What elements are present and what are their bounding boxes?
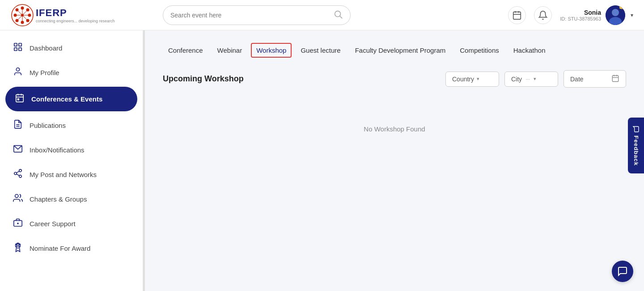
svg-point-37 bbox=[14, 172, 17, 175]
svg-line-39 bbox=[17, 174, 19, 176]
sidebar: Dashboard My Profile bbox=[0, 30, 143, 291]
inbox-icon bbox=[13, 144, 23, 156]
feedback-label: Feedback bbox=[633, 135, 640, 166]
svg-point-41 bbox=[15, 194, 18, 198]
content-area: Conference Webinar Workshop Guest lectur… bbox=[145, 30, 644, 291]
sidebar-item-career[interactable]: Career Support bbox=[0, 211, 143, 236]
sidebar-item-label: Dashboard bbox=[30, 44, 62, 52]
svg-point-21 bbox=[612, 9, 619, 16]
svg-rect-24 bbox=[19, 43, 21, 46]
chat-button[interactable] bbox=[612, 261, 633, 282]
search-svg bbox=[333, 9, 343, 19]
sidebar-item-label: My Profile bbox=[30, 69, 59, 76]
logo-svg bbox=[11, 4, 34, 27]
svg-rect-46 bbox=[612, 76, 619, 82]
career-icon bbox=[13, 218, 23, 230]
city-label: City bbox=[511, 76, 522, 83]
svg-line-15 bbox=[340, 16, 342, 18]
sidebar-item-label: Nominate For Award bbox=[30, 245, 90, 252]
sidebar-item-label: Chapters & Groups bbox=[30, 195, 87, 203]
calendar-btn[interactable] bbox=[508, 6, 526, 24]
svg-rect-26 bbox=[19, 48, 21, 51]
sidebar-item-label: Conferences & Events bbox=[31, 95, 102, 103]
main-layout: Dashboard My Profile bbox=[0, 30, 644, 291]
logo-text: IFERP connecting engineers... developing… bbox=[36, 7, 115, 23]
sidebar-item-conferences-events[interactable]: Conferences & Events bbox=[5, 87, 137, 111]
tab-guest-lecture[interactable]: Guest lecture bbox=[295, 43, 346, 58]
header-right: Sonia ID: STU-38785963 👑 ▾ bbox=[508, 5, 633, 25]
user-name: Sonia bbox=[560, 9, 601, 16]
sidebar-item-my-profile[interactable]: My Profile bbox=[0, 60, 143, 85]
sidebar-item-nominate[interactable]: Nominate For Award bbox=[0, 236, 143, 261]
sidebar-item-label: Career Support bbox=[30, 220, 76, 228]
sidebar-item-inbox[interactable]: Inbox/Notifications bbox=[0, 138, 143, 162]
svg-rect-23 bbox=[14, 43, 17, 46]
user-text: Sonia ID: STU-38785963 bbox=[560, 9, 601, 21]
logo-icon bbox=[11, 4, 34, 27]
section-title: Upcoming Workshop bbox=[163, 74, 244, 84]
sidebar-item-label: Inbox/Notifications bbox=[30, 146, 85, 154]
sidebar-item-chapters[interactable]: Chapters & Groups bbox=[0, 187, 143, 211]
tab-workshop[interactable]: Workshop bbox=[251, 43, 292, 58]
crown-icon: 👑 bbox=[618, 5, 625, 9]
sidebar-item-networks[interactable]: My Post and Networks bbox=[0, 162, 143, 187]
svg-point-27 bbox=[16, 68, 19, 71]
svg-point-36 bbox=[19, 169, 22, 172]
svg-point-14 bbox=[335, 11, 341, 17]
sidebar-item-label: Publications bbox=[30, 122, 66, 129]
sidebar-item-dashboard[interactable]: Dashboard bbox=[0, 36, 143, 60]
tab-webinar[interactable]: Webinar bbox=[212, 43, 248, 58]
empty-state: No Workshop Found bbox=[163, 98, 626, 160]
tab-conference[interactable]: Conference bbox=[163, 43, 208, 58]
country-filter[interactable]: Country ▾ bbox=[445, 72, 499, 87]
notifications-btn[interactable] bbox=[534, 6, 552, 24]
groups-icon bbox=[13, 193, 23, 205]
logo-subtitle: connecting engineers... developing resea… bbox=[36, 19, 115, 23]
sidebar-item-label: My Post and Networks bbox=[30, 171, 97, 178]
bell-icon bbox=[538, 10, 548, 20]
svg-rect-32 bbox=[17, 99, 19, 100]
date-filter[interactable]: Date bbox=[564, 70, 626, 88]
events-icon bbox=[14, 93, 25, 105]
svg-rect-16 bbox=[513, 12, 521, 19]
filters: Country ▾ City ··· ▾ Date bbox=[445, 70, 626, 88]
logo-area: IFERP connecting engineers... developing… bbox=[11, 4, 154, 27]
person-icon bbox=[13, 67, 23, 79]
feedback-button[interactable]: Feedback bbox=[628, 118, 644, 174]
dashboard-icon bbox=[13, 42, 23, 54]
user-id: ID: STU-38785963 bbox=[560, 16, 601, 21]
svg-rect-28 bbox=[16, 95, 24, 102]
avatar: 👑 bbox=[606, 5, 625, 25]
search-icon bbox=[333, 9, 343, 21]
svg-point-38 bbox=[19, 175, 22, 178]
tab-competitions[interactable]: Competitions bbox=[454, 43, 504, 58]
calendar-icon bbox=[512, 10, 522, 20]
city-chevron-icon: ▾ bbox=[534, 76, 536, 82]
tab-hackathon[interactable]: Hackathon bbox=[508, 43, 551, 58]
logo-name: IFERP bbox=[36, 7, 115, 19]
date-label: Date bbox=[570, 76, 584, 83]
user-dropdown-chevron[interactable]: ▾ bbox=[631, 12, 633, 18]
search-input[interactable] bbox=[170, 12, 333, 19]
city-dots: ··· bbox=[525, 76, 530, 82]
country-chevron-icon: ▾ bbox=[477, 76, 479, 82]
feedback-icon bbox=[632, 126, 640, 133]
event-tabs: Conference Webinar Workshop Guest lectur… bbox=[163, 43, 626, 58]
country-label: Country bbox=[452, 76, 474, 83]
tab-faculty-development[interactable]: Faculty Development Program bbox=[350, 43, 451, 58]
chat-icon bbox=[617, 266, 628, 277]
svg-line-40 bbox=[17, 171, 19, 173]
search-bar[interactable] bbox=[163, 5, 351, 25]
network-icon bbox=[13, 169, 23, 181]
award-icon bbox=[13, 242, 23, 254]
empty-message: No Workshop Found bbox=[364, 125, 425, 133]
city-filter[interactable]: City ··· ▾ bbox=[504, 72, 558, 87]
sidebar-item-publications[interactable]: Publications bbox=[0, 113, 143, 138]
user-info[interactable]: Sonia ID: STU-38785963 👑 ▾ bbox=[560, 5, 633, 25]
header: IFERP connecting engineers... developing… bbox=[0, 0, 644, 30]
publications-icon bbox=[13, 119, 23, 131]
svg-rect-25 bbox=[14, 48, 17, 51]
calendar-filter-icon bbox=[611, 74, 619, 84]
section-header: Upcoming Workshop Country ▾ City ··· ▾ D… bbox=[163, 70, 626, 88]
